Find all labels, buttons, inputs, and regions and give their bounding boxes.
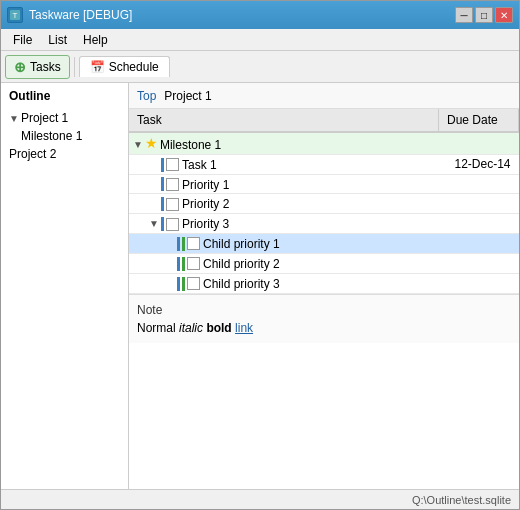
- note-link[interactable]: link: [235, 321, 253, 335]
- table-row[interactable]: Task 112-Dec-14: [129, 154, 519, 174]
- tab-divider: [74, 57, 75, 77]
- schedule-tab[interactable]: 📅 Schedule: [79, 56, 170, 77]
- indent-bar: [161, 217, 164, 231]
- indent-bar: [177, 277, 180, 291]
- table-row[interactable]: ▼★Milestone 1: [129, 132, 519, 154]
- schedule-label: Schedule: [109, 60, 159, 74]
- task-label: Milestone 1: [160, 138, 221, 152]
- task-label: Child priority 1: [203, 237, 280, 251]
- sidebar-label-project1: Project 1: [21, 111, 68, 125]
- due-date-cell: [439, 132, 519, 154]
- app-icon: T: [7, 7, 23, 23]
- window-title: Taskware [DEBUG]: [29, 8, 132, 22]
- task-label: Child priority 3: [203, 277, 280, 291]
- task-checkbox[interactable]: [166, 178, 179, 191]
- star-icon[interactable]: ★: [145, 135, 158, 151]
- tree-arrow-project1: ▼: [9, 113, 19, 124]
- sidebar-header: Outline: [5, 87, 124, 105]
- expand-arrow[interactable]: ▼: [149, 218, 159, 229]
- table-row[interactable]: Priority 2: [129, 194, 519, 214]
- indent-bar: [161, 177, 164, 191]
- tasks-button[interactable]: ⊕ Tasks: [5, 55, 70, 79]
- table-row[interactable]: ▼Priority 3: [129, 214, 519, 234]
- table-row[interactable]: Child priority 2: [129, 253, 519, 273]
- indent-bar: [182, 237, 185, 251]
- task-label: Priority 2: [182, 197, 229, 211]
- due-date-cell: [439, 214, 519, 234]
- note-area: Note Normal italic bold link: [129, 294, 519, 343]
- task-label: Child priority 2: [203, 257, 280, 271]
- task-label: Priority 1: [182, 177, 229, 191]
- note-italic: italic: [179, 321, 203, 335]
- task-checkbox[interactable]: [187, 257, 200, 270]
- menu-list[interactable]: List: [40, 31, 75, 49]
- sidebar-item-milestone1[interactable]: Milestone 1: [5, 127, 124, 145]
- toolbar: ⊕ Tasks 📅 Schedule: [1, 51, 519, 83]
- due-date-cell: [439, 273, 519, 293]
- due-date-cell: 12-Dec-14: [439, 154, 519, 174]
- right-panel: Top Project 1 Task Due Date ▼★Milestone …: [129, 83, 519, 489]
- indent-bar: [182, 277, 185, 291]
- main-content: Outline ▼ Project 1 Milestone 1 Project …: [1, 83, 519, 489]
- plus-icon: ⊕: [14, 59, 26, 75]
- due-date-cell: [439, 234, 519, 254]
- task-checkbox[interactable]: [166, 198, 179, 211]
- note-bold: bold: [206, 321, 231, 335]
- table-row[interactable]: Child priority 1: [129, 234, 519, 254]
- table-header-row: Task Due Date: [129, 109, 519, 132]
- task-checkbox[interactable]: [166, 218, 179, 231]
- task-table: Task Due Date ▼★Milestone 1Task 112-Dec-…: [129, 109, 519, 294]
- svg-text:T: T: [13, 11, 18, 20]
- indent-bar: [177, 237, 180, 251]
- sidebar-label-milestone1: Milestone 1: [21, 129, 82, 143]
- note-normal: Normal: [137, 321, 176, 335]
- expand-arrow[interactable]: ▼: [133, 139, 143, 150]
- indent-bar: [182, 257, 185, 271]
- col-header-task: Task: [129, 109, 439, 132]
- breadcrumb-top[interactable]: Top: [137, 89, 156, 103]
- task-checkbox[interactable]: [187, 237, 200, 250]
- indent-bar: [177, 257, 180, 271]
- sidebar: Outline ▼ Project 1 Milestone 1 Project …: [1, 83, 129, 489]
- breadcrumb-current: Project 1: [164, 89, 211, 103]
- status-path: Q:\Outline\test.sqlite: [412, 494, 511, 506]
- col-header-duedate: Due Date: [439, 109, 519, 132]
- menu-help[interactable]: Help: [75, 31, 116, 49]
- due-date-cell: [439, 194, 519, 214]
- indent-bar: [161, 197, 164, 211]
- task-label: Task 1: [182, 158, 217, 172]
- due-date-cell: [439, 174, 519, 194]
- due-date-cell: [439, 253, 519, 273]
- main-window: T Taskware [DEBUG] ─ □ ✕ File List Help …: [0, 0, 520, 510]
- schedule-icon: 📅: [90, 60, 105, 74]
- table-row[interactable]: Child priority 3: [129, 273, 519, 293]
- sidebar-item-project1[interactable]: ▼ Project 1: [5, 109, 124, 127]
- table-row[interactable]: Priority 1: [129, 174, 519, 194]
- tasks-label: Tasks: [30, 60, 61, 74]
- maximize-button[interactable]: □: [475, 7, 493, 23]
- note-content: Normal italic bold link: [137, 321, 511, 335]
- task-checkbox[interactable]: [166, 158, 179, 171]
- menu-file[interactable]: File: [5, 31, 40, 49]
- sidebar-label-project2: Project 2: [9, 147, 56, 161]
- menu-bar: File List Help: [1, 29, 519, 51]
- status-bar: Q:\Outline\test.sqlite: [1, 489, 519, 509]
- indent-bar: [161, 158, 164, 172]
- note-label: Note: [137, 303, 511, 317]
- task-checkbox[interactable]: [187, 277, 200, 290]
- breadcrumb-bar: Top Project 1: [129, 83, 519, 109]
- title-bar: T Taskware [DEBUG] ─ □ ✕: [1, 1, 519, 29]
- sidebar-item-project2[interactable]: Project 2: [5, 145, 124, 163]
- task-area: Task Due Date ▼★Milestone 1Task 112-Dec-…: [129, 109, 519, 489]
- close-button[interactable]: ✕: [495, 7, 513, 23]
- minimize-button[interactable]: ─: [455, 7, 473, 23]
- task-label: Priority 3: [182, 217, 229, 231]
